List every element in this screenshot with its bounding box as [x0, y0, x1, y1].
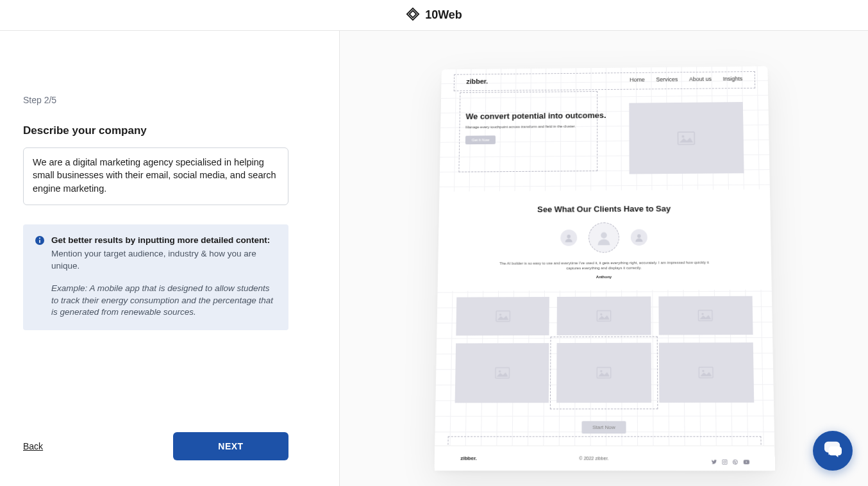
preview-brand: zibber. — [466, 78, 488, 85]
info-example: Example: A mobile app that is designed t… — [51, 283, 277, 319]
preview-nav-links: Home Services About us Insights — [630, 76, 742, 83]
gallery-image-placeholder — [556, 343, 651, 403]
svg-rect-10 — [597, 310, 610, 321]
footer-social-icons — [712, 456, 749, 461]
chat-icon — [823, 440, 842, 461]
app-header: 10Web — [0, 0, 868, 31]
testimonials-title: See What Our Clients Have to Say — [458, 203, 751, 215]
gallery-image-placeholder — [456, 297, 549, 335]
svg-point-11 — [600, 313, 602, 315]
preview-gallery — [435, 290, 774, 415]
testimonial-quote: The AI builder is so easy to use and eve… — [495, 260, 713, 271]
info-hint-box: Get better results by inputting more det… — [23, 224, 288, 330]
brand-name: 10Web — [425, 8, 462, 22]
logo-icon — [406, 7, 420, 24]
svg-rect-14 — [496, 367, 510, 378]
svg-rect-8 — [496, 311, 510, 321]
next-button[interactable]: NEXT — [173, 432, 288, 460]
section-title: Describe your company — [23, 124, 313, 137]
footer-copyright: © 2022 zibber. — [579, 456, 608, 460]
info-subtitle: Mention your target audience, industry &… — [51, 248, 277, 272]
youtube-icon — [743, 456, 748, 461]
preview-nav: zibber. Home Services About us Insights — [441, 66, 768, 94]
guide-box — [458, 91, 597, 172]
svg-point-15 — [499, 370, 501, 372]
gallery-image-placeholder — [455, 343, 549, 403]
start-now-button: Start Now — [582, 421, 626, 434]
info-icon — [35, 235, 45, 246]
svg-point-19 — [703, 370, 705, 372]
info-title: Get better results by inputting more det… — [51, 235, 277, 247]
avatar-icon — [560, 230, 577, 246]
testimonial-author: Anthony — [457, 274, 752, 280]
preview-footer: zibber. © 2022 zibber. — [435, 446, 775, 471]
svg-point-21 — [724, 461, 726, 463]
avatar-icon — [588, 222, 619, 253]
svg-rect-3 — [678, 132, 694, 145]
wizard-footer-actions: Back NEXT — [23, 432, 288, 460]
svg-point-7 — [637, 235, 641, 239]
svg-rect-16 — [597, 367, 611, 378]
avatar-icon — [631, 229, 647, 246]
svg-rect-20 — [722, 460, 727, 464]
hero-image-placeholder — [629, 102, 744, 174]
svg-point-13 — [702, 313, 704, 315]
dribbble-icon — [733, 456, 738, 461]
wizard-panel: Step 2/5 Describe your company Get bette… — [0, 31, 340, 486]
company-description-input[interactable] — [23, 147, 288, 205]
nav-link: Home — [630, 77, 645, 83]
svg-point-22 — [726, 460, 726, 461]
svg-point-4 — [681, 135, 684, 137]
website-preview: zibber. Home Services About us Insights … — [435, 66, 775, 471]
svg-rect-1 — [39, 240, 40, 243]
twitter-icon — [712, 456, 717, 461]
preview-hero: We convert potential into outcomes. Mana… — [439, 91, 769, 192]
gallery-image-placeholder — [658, 342, 754, 403]
svg-point-5 — [567, 235, 571, 239]
svg-point-2 — [39, 238, 40, 239]
nav-link: Services — [656, 76, 678, 83]
nav-link: About us — [689, 76, 712, 83]
svg-rect-18 — [699, 367, 714, 378]
svg-point-9 — [499, 314, 501, 315]
back-button[interactable]: Back — [23, 441, 43, 451]
svg-point-6 — [601, 232, 607, 238]
brand-logo: 10Web — [406, 7, 462, 24]
nav-link: Insights — [723, 76, 743, 82]
gallery-image-placeholder — [658, 296, 753, 335]
step-indicator: Step 2/5 — [23, 95, 313, 105]
gallery-image-placeholder — [557, 296, 651, 335]
preview-panel: zibber. Home Services About us Insights … — [340, 31, 868, 486]
chat-widget-button[interactable] — [813, 431, 853, 471]
svg-rect-12 — [699, 310, 713, 321]
instagram-icon — [722, 456, 727, 461]
preview-testimonials: See What Our Clients Have to Say The AI … — [438, 189, 772, 290]
svg-point-17 — [600, 370, 602, 372]
footer-brand: zibber. — [460, 455, 477, 461]
